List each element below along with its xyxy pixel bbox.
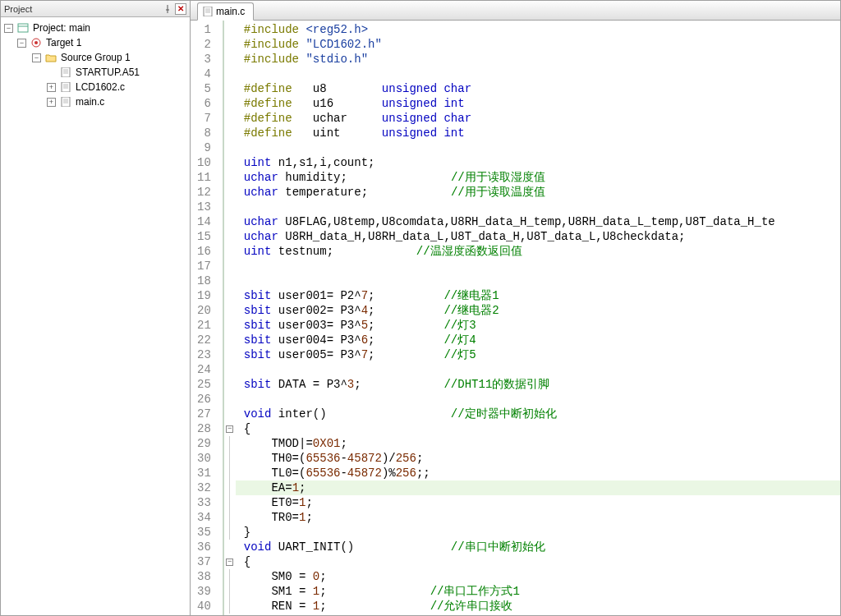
file-icon <box>59 67 72 78</box>
tab-main-c[interactable]: main.c <box>197 2 254 21</box>
expander-icon[interactable]: + <box>47 98 56 107</box>
svg-point-2 <box>34 41 38 44</box>
tree-label: Project: main <box>33 22 90 34</box>
tree-file[interactable]: +main.c <box>2 94 188 109</box>
expander-icon[interactable]: − <box>32 53 41 62</box>
project-panel: Project ✕ − Project: main − Target 1 − S… <box>0 0 191 616</box>
svg-rect-6 <box>204 7 212 16</box>
tree-label: STARTUP.A51 <box>76 67 140 78</box>
tab-label: main.c <box>216 6 245 17</box>
code-editor[interactable]: 1234567891011121314151617181920212223242… <box>191 21 840 615</box>
fold-column[interactable]: −− <box>224 21 236 615</box>
file-icon <box>59 81 72 93</box>
project-panel-header[interactable]: Project ✕ <box>1 1 190 17</box>
expander-icon[interactable]: + <box>47 83 56 92</box>
file-c-icon <box>203 7 213 16</box>
tree-label: Target 1 <box>46 37 81 48</box>
expander-icon <box>47 68 56 77</box>
expander-icon[interactable]: − <box>17 39 26 48</box>
tree-label: Source Group 1 <box>61 52 131 63</box>
tree-target[interactable]: − Target 1 <box>2 35 188 50</box>
close-icon[interactable]: ✕ <box>175 3 186 15</box>
project-panel-title: Project <box>4 4 160 14</box>
tree-file[interactable]: +LCD1602.c <box>2 80 188 94</box>
tree-label: LCD1602.c <box>76 81 125 93</box>
tree-file[interactable]: STARTUP.A51 <box>2 65 188 80</box>
tree-group[interactable]: − Source Group 1 <box>2 50 188 65</box>
pin-icon[interactable] <box>162 3 173 15</box>
expander-icon[interactable]: − <box>4 24 13 33</box>
svg-rect-5 <box>62 97 70 107</box>
fold-toggle-icon[interactable]: − <box>226 425 233 433</box>
editor-area: main.c 123456789101112131415161718192021… <box>191 0 841 616</box>
svg-rect-3 <box>62 67 70 77</box>
svg-rect-0 <box>18 24 28 32</box>
tree-root[interactable]: − Project: main <box>2 21 188 35</box>
project-icon <box>16 22 30 34</box>
target-icon <box>30 37 43 48</box>
editor-tabbar[interactable]: main.c <box>191 1 840 21</box>
svg-rect-4 <box>62 82 70 92</box>
line-number-gutter: 1234567891011121314151617181920212223242… <box>191 21 224 615</box>
file-icon <box>59 96 72 108</box>
project-tree[interactable]: − Project: main − Target 1 − Source Grou… <box>1 17 190 615</box>
folder-open-icon <box>44 52 57 63</box>
fold-toggle-icon[interactable]: − <box>226 559 233 566</box>
tree-label: main.c <box>76 96 104 108</box>
code-text[interactable]: #include <reg52.h>#include "LCD1602.h"#i… <box>236 21 840 615</box>
